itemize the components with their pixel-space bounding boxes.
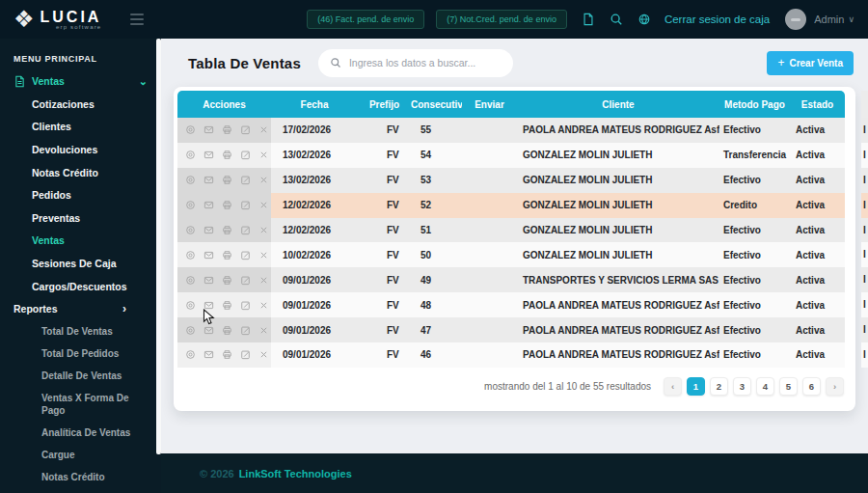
print-icon[interactable] — [222, 200, 232, 210]
table-row[interactable]: 12/02/2026FV52GONZALEZ MOLIN JULIETHCred… — [177, 193, 845, 218]
print-icon[interactable] — [222, 175, 232, 185]
view-icon[interactable] — [185, 250, 196, 260]
table-row[interactable]: 09/01/2026FV49TRANSPORTES Y SERVICIOS LE… — [177, 267, 845, 292]
column-header-prefijo[interactable]: Prefijo — [358, 91, 411, 118]
column-header-metodo-pago[interactable]: Metodo Pago — [719, 91, 790, 118]
user-menu[interactable]: Admin — [814, 14, 844, 25]
view-icon[interactable] — [185, 200, 196, 210]
delete-icon[interactable] — [258, 250, 269, 260]
table-row[interactable]: 17/02/2026FV55PAOLA ANDREA MATEUS RODRIG… — [177, 118, 845, 143]
view-icon[interactable] — [185, 225, 196, 235]
sidebar-item-notas-crédito[interactable]: Notas Crédito — [0, 466, 161, 488]
page-button-4[interactable]: 4 — [756, 377, 774, 396]
avatar[interactable] — [785, 9, 806, 30]
delete-icon[interactable] — [258, 349, 269, 360]
sidebar-item-clientes[interactable]: Clientes — [0, 116, 161, 139]
column-header-enviar[interactable]: Enviar — [462, 91, 517, 118]
globe-icon[interactable] — [637, 13, 651, 26]
create-sale-button[interactable]: + Crear Venta — [767, 51, 854, 75]
edit-icon[interactable] — [240, 200, 251, 210]
edit-icon[interactable] — [240, 275, 251, 286]
mail-icon[interactable] — [203, 349, 214, 360]
table-row[interactable]: 10/02/2026FV50GONZALEZ MOLIN JULIETHEfec… — [177, 242, 845, 267]
page-button-1[interactable]: 1 — [687, 377, 705, 396]
view-icon[interactable] — [185, 150, 196, 160]
table-row[interactable]: 09/01/2026FV47PAOLA ANDREA MATEUS RODRIG… — [177, 317, 845, 342]
close-cash-session-button[interactable]: Cerrar sesion de caja — [665, 14, 770, 25]
page-button-2[interactable]: 2 — [710, 377, 728, 396]
sidebar-item-sesiones-de-caja[interactable]: Sesiones De Caja — [0, 252, 161, 275]
view-icon[interactable] — [185, 175, 196, 185]
sidebar-item-detalle-de-ventas[interactable]: Detalle De Ventas — [0, 365, 161, 387]
edit-icon[interactable] — [240, 175, 251, 185]
print-icon[interactable] — [222, 275, 232, 286]
sidebar-item-cargue[interactable]: Cargue — [0, 444, 161, 466]
footer-company-link[interactable]: LinkSoft Technologies — [239, 468, 352, 479]
print-icon[interactable] — [222, 225, 232, 235]
delete-icon[interactable] — [258, 275, 269, 286]
page-button-3[interactable]: 3 — [733, 377, 751, 396]
delete-icon[interactable] — [258, 175, 269, 185]
column-header-cliente[interactable]: Cliente — [517, 91, 719, 118]
sidebar-item-notas-crédito[interactable]: Notas Crédito — [0, 161, 161, 184]
mail-icon[interactable] — [203, 225, 214, 235]
app-logo[interactable]: ❖ LUCIA erp software — [14, 8, 101, 31]
print-icon[interactable] — [222, 300, 232, 311]
search-box[interactable] — [318, 49, 513, 77]
view-icon[interactable] — [185, 300, 196, 311]
mail-icon[interactable] — [203, 175, 214, 185]
column-header-fecha[interactable]: Fecha — [271, 91, 358, 118]
pending-invoices-badge[interactable]: (46) Fact. pend. de envio — [307, 10, 424, 29]
table-row[interactable]: 09/01/2026FV46PAOLA ANDREA MATEUS RODRIG… — [177, 342, 845, 368]
print-icon[interactable] — [222, 250, 232, 260]
view-icon[interactable] — [185, 325, 196, 336]
print-icon[interactable] — [222, 124, 232, 135]
view-icon[interactable] — [185, 275, 196, 286]
print-icon[interactable] — [222, 325, 232, 336]
delete-icon[interactable] — [258, 124, 269, 135]
pending-credit-notes-badge[interactable]: (7) Not.Cred. pend. de envio — [436, 10, 567, 29]
sidebar-item-cotizaciones[interactable]: Cotizaciones — [0, 93, 161, 116]
sidebar-item-devoluciones[interactable]: Devoluciones — [0, 138, 161, 161]
sidebar-item-reportes[interactable]: Reportes› — [0, 297, 161, 320]
table-row[interactable]: 12/02/2026FV51GONZALEZ MOLIN JULIETHEfec… — [177, 218, 845, 243]
view-icon[interactable] — [185, 124, 196, 135]
edit-icon[interactable] — [240, 349, 251, 360]
mail-icon[interactable] — [203, 150, 214, 160]
delete-icon[interactable] — [258, 225, 269, 235]
column-header-consecutivo[interactable]: Consecutivo — [411, 91, 462, 118]
search-input[interactable] — [349, 57, 503, 68]
table-row[interactable]: 09/01/2026FV48PAOLA ANDREA MATEUS RODRIG… — [177, 292, 845, 317]
print-icon[interactable] — [222, 150, 232, 160]
sidebar-item-ventas-x-forma-de-pago[interactable]: Ventas X Forma De Pago — [0, 387, 161, 422]
table-row[interactable]: 13/02/2026FV53GONZALEZ MOLIN JULIETHEfec… — [177, 168, 845, 193]
menu-toggle-icon[interactable] — [130, 14, 144, 25]
sidebar-item-cargos-descuentos[interactable]: Cargos/Descuentos — [0, 275, 161, 298]
mail-icon[interactable] — [203, 250, 214, 260]
page-button-5[interactable]: 5 — [779, 377, 798, 396]
mail-icon[interactable] — [203, 124, 214, 135]
delete-icon[interactable] — [258, 325, 269, 336]
print-icon[interactable] — [222, 349, 232, 360]
sidebar-item-preventas[interactable]: Preventas — [0, 206, 161, 230]
delete-icon[interactable] — [258, 200, 269, 210]
file-icon[interactable] — [582, 13, 595, 26]
sidebar-scrollbar[interactable] — [156, 39, 161, 454]
edit-icon[interactable] — [240, 300, 251, 311]
prev-page-button[interactable]: ‹ — [664, 377, 682, 396]
edit-icon[interactable] — [240, 124, 251, 135]
column-header-estado[interactable]: Estado — [790, 91, 845, 118]
column-header-acciones[interactable]: Acciones — [177, 91, 271, 118]
edit-icon[interactable] — [240, 225, 251, 235]
delete-icon[interactable] — [258, 300, 269, 311]
sidebar-item-analítica-de-ventas[interactable]: Analítica De Ventas — [0, 422, 161, 444]
sidebar-item-total-de-pedidos[interactable]: Total De Pedidos — [0, 342, 161, 365]
sidebar-item-pedidos[interactable]: Pedidos — [0, 183, 161, 206]
mail-icon[interactable] — [203, 275, 214, 286]
page-button-6[interactable]: 6 — [802, 377, 821, 396]
edit-icon[interactable] — [240, 325, 251, 336]
view-icon[interactable] — [185, 349, 196, 360]
next-page-button[interactable]: › — [826, 377, 844, 396]
sidebar-item-ventas[interactable]: Ventas — [0, 230, 161, 253]
table-row[interactable]: 13/02/2026FV54GONZALEZ MOLIN JULIETHTran… — [177, 143, 845, 168]
